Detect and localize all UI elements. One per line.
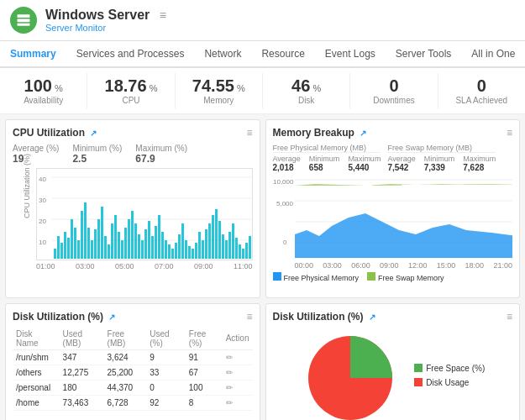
- cpu-card-title: CPU Utilization ↗: [13, 127, 97, 139]
- disk-table-link-icon[interactable]: ↗: [108, 312, 115, 322]
- legend-used-dot: [414, 378, 423, 386]
- used-pct-3: 0: [146, 380, 186, 395]
- nav-item-services[interactable]: Services and Processes: [66, 41, 195, 66]
- svg-rect-22: [87, 228, 90, 259]
- free-mb-4: 6,728: [104, 395, 147, 410]
- memory-chart-svg: 10,000 5,000 0: [273, 176, 513, 260]
- cpu-y-label: CPU Utilization (%): [23, 154, 31, 218]
- svg-rect-37: [138, 234, 140, 259]
- stat-availability-label: Availability: [0, 96, 87, 105]
- disk-name-1: /run/shm: [13, 349, 60, 365]
- disk-pie-title: Disk Utilization (%) ↗: [273, 311, 375, 323]
- svg-rect-62: [222, 234, 224, 259]
- disk-pie-menu-icon[interactable]: ≡: [507, 311, 512, 323]
- memory-link-icon[interactable]: ↗: [360, 129, 366, 138]
- stat-sla-value: 0: [477, 76, 486, 95]
- stat-sla-label: SLA Achieved: [438, 96, 525, 105]
- stat-memory: 74.55 % Memory: [176, 73, 263, 108]
- memory-chart-svg-wrapper: 10,000 5,000 0: [273, 176, 513, 260]
- free-pct-2: 67: [186, 365, 223, 380]
- svg-rect-29: [111, 223, 113, 259]
- svg-rect-26: [101, 207, 103, 259]
- nav-item-network[interactable]: Network: [194, 41, 251, 66]
- svg-text:40: 40: [39, 176, 46, 183]
- col-free-pct: Free (%): [186, 328, 223, 350]
- disk-row-3: /personal 180 44,370 0 100 ✏: [13, 380, 253, 395]
- stat-downtimes: 0 Downtimes: [350, 73, 438, 108]
- svg-rect-58: [208, 223, 211, 259]
- svg-rect-21: [84, 202, 87, 259]
- svg-rect-35: [131, 211, 134, 259]
- nav-item-allinone[interactable]: All in One: [461, 41, 525, 66]
- svg-rect-46: [168, 244, 171, 259]
- memory-menu-icon[interactable]: ≡: [507, 127, 512, 139]
- nav-bar: Summary Services and Processes Network R…: [0, 41, 525, 68]
- disk-table-menu-icon[interactable]: ≡: [246, 311, 252, 323]
- disk-pie-link-icon[interactable]: ↗: [369, 312, 375, 322]
- svg-rect-48: [175, 243, 177, 259]
- used-mb-3: 180: [60, 380, 104, 395]
- nav-item-summary[interactable]: Summary: [0, 41, 66, 68]
- server-icon: [10, 7, 37, 34]
- svg-marker-81: [295, 184, 513, 186]
- nav-item-servertools[interactable]: Server Tools: [386, 41, 461, 66]
- mem-physical-group: Free Physical Memory (MB) Average2,018 M…: [273, 144, 381, 172]
- col-disk-name: Disk Name: [13, 328, 60, 350]
- svg-rect-43: [158, 215, 160, 259]
- legend-physical-dot: [273, 272, 281, 281]
- svg-rect-70: [249, 236, 251, 259]
- used-mb-4: 73,463: [60, 395, 104, 410]
- legend-swap-dot: [367, 272, 375, 281]
- edit-btn-1[interactable]: ✏: [226, 353, 233, 362]
- used-mb-1: 347: [60, 349, 104, 365]
- cpu-link-icon[interactable]: ↗: [90, 129, 97, 138]
- svg-rect-23: [91, 240, 93, 259]
- edit-btn-4[interactable]: ✏: [226, 398, 233, 407]
- disk-name-3: /personal: [13, 380, 60, 395]
- main-content: CPU Utilization ↗ ≡ Average (%) 19 Minim…: [0, 114, 525, 420]
- memory-chart-meta: Free Physical Memory (MB) Average2,018 M…: [273, 144, 513, 172]
- svg-text:10,000: 10,000: [273, 178, 294, 186]
- svg-rect-14: [60, 243, 63, 259]
- header-menu-icon[interactable]: ≡: [160, 8, 166, 22]
- cpu-chart-wrapper: CPU Utilization (%) 40 30 20 10: [13, 168, 253, 260]
- edit-btn-3[interactable]: ✏: [226, 383, 233, 392]
- edit-btn-2[interactable]: ✏: [226, 368, 233, 377]
- svg-rect-0: [18, 14, 30, 18]
- nav-item-resource[interactable]: Resource: [251, 41, 314, 66]
- svg-rect-30: [114, 215, 117, 259]
- stat-sla: 0 SLA Achieved: [438, 73, 525, 108]
- used-pct-1: 9: [146, 349, 186, 365]
- free-pct-3: 100: [186, 380, 223, 395]
- memory-legend: Free Physical Memory Free Swap Memory: [273, 272, 513, 282]
- disk-table-card-header: Disk Utilization (%) ↗ ≡: [13, 311, 253, 323]
- svg-rect-13: [57, 236, 60, 259]
- stat-disk-label: Disk: [263, 96, 349, 105]
- cpu-chart-svg: 40 30 20 10: [36, 168, 253, 260]
- nav-item-eventlogs[interactable]: Event Logs: [315, 41, 386, 66]
- svg-rect-19: [77, 240, 80, 259]
- cpu-card-header: CPU Utilization ↗ ≡: [13, 127, 253, 139]
- cpu-x-labels: 01:00 03:00 05:00 07:00 09:00 11:00: [13, 262, 253, 270]
- svg-rect-24: [94, 229, 97, 259]
- app-title-group: Windows Server ≡ Server Monitor: [45, 8, 515, 33]
- svg-rect-28: [108, 244, 110, 259]
- memory-x-labels: 00:00 03:00 06:00 09:00 12:00 15:00 18:0…: [273, 261, 513, 270]
- legend-free-space: Free Space (%): [414, 364, 485, 373]
- memory-card-title: Memory Breakup ↗: [273, 127, 367, 139]
- stat-downtimes-label: Downtimes: [350, 96, 437, 105]
- disk-table-header-row: Disk Name Used (MB) Free (MB) Used (%) F…: [13, 328, 253, 350]
- svg-rect-56: [202, 240, 204, 259]
- cpu-menu-icon[interactable]: ≡: [246, 127, 252, 139]
- svg-rect-55: [198, 232, 201, 259]
- header: Windows Server ≡ Server Monitor: [0, 0, 525, 41]
- svg-rect-39: [144, 229, 147, 259]
- svg-rect-50: [181, 223, 184, 259]
- stat-disk: 46 % Disk: [263, 73, 350, 108]
- col-used-mb: Used (MB): [60, 328, 104, 350]
- svg-rect-1: [18, 19, 30, 23]
- svg-rect-51: [185, 240, 187, 259]
- svg-rect-60: [215, 209, 218, 259]
- disk-table-title: Disk Utilization (%) ↗: [13, 311, 115, 323]
- legend-free-dot: [414, 364, 423, 372]
